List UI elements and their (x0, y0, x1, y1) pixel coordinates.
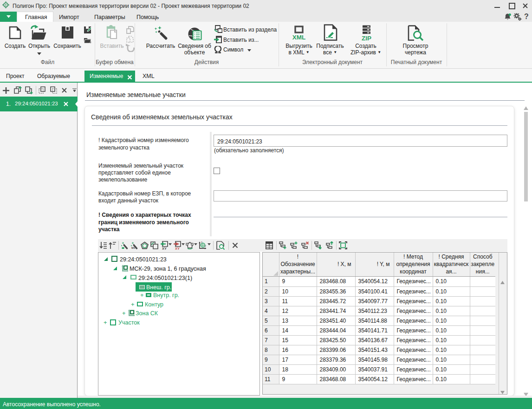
svg-text:XY: XY (162, 247, 167, 250)
svg-text:M1: M1 (131, 247, 136, 249)
svg-text:XML: XML (292, 34, 306, 40)
svg-text:XY: XY (175, 247, 180, 250)
svg-text:ZIP: ZIP (362, 35, 371, 41)
svg-text:y: y (205, 244, 206, 247)
svg-text:x: x (201, 241, 202, 243)
